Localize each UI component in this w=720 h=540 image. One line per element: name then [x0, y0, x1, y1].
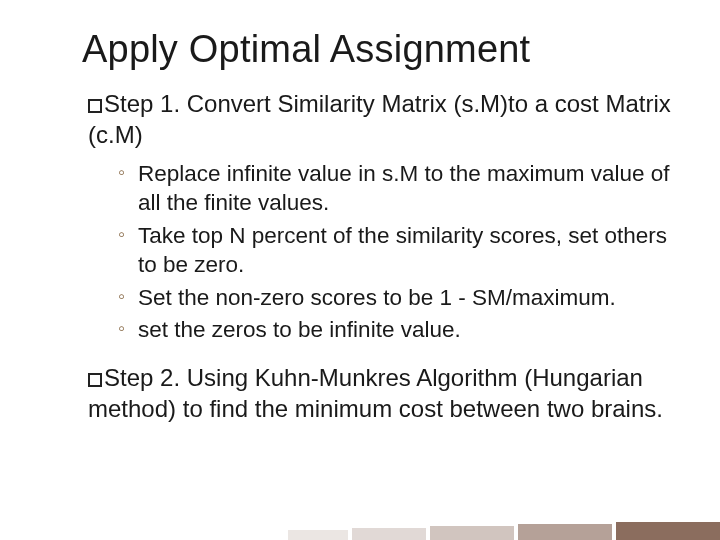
- list-item: set the zeros to be infinite value.: [120, 316, 672, 345]
- step-1-sublist: Replace infinite value in s.M to the max…: [88, 160, 672, 345]
- step-1: Step 1. Convert Similarity Matrix (s.M)t…: [88, 89, 672, 150]
- list-item: Set the non-zero scores to be 1 - SM/max…: [120, 284, 672, 313]
- step-1-text: Step 1. Convert Similarity Matrix (s.M)t…: [88, 90, 671, 148]
- list-item: Take top N percent of the similarity sco…: [120, 222, 672, 280]
- step-2-text: Step 2. Using Kuhn-Munkres Algorithm (Hu…: [88, 364, 663, 422]
- slide-title: Apply Optimal Assignment: [82, 28, 672, 71]
- step-2: Step 2. Using Kuhn-Munkres Algorithm (Hu…: [88, 363, 672, 424]
- square-bullet-icon: [88, 99, 102, 113]
- list-item: Replace infinite value in s.M to the max…: [120, 160, 672, 218]
- square-bullet-icon: [88, 373, 102, 387]
- slide: Apply Optimal Assignment Step 1. Convert…: [0, 0, 720, 540]
